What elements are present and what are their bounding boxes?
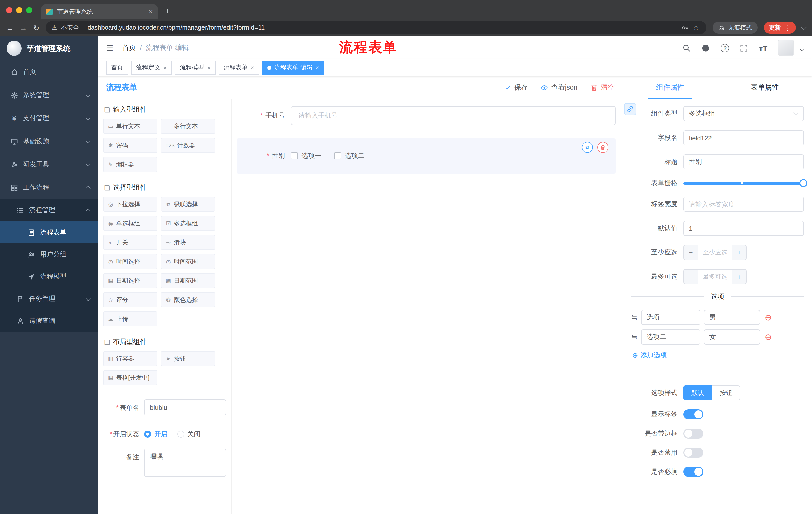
slider-handle[interactable] <box>800 179 808 187</box>
add-option-button[interactable]: ⊕ 添加选项 <box>632 351 804 360</box>
checkbox-option-2[interactable]: 选项二 <box>334 152 364 160</box>
forward-icon[interactable]: → <box>20 24 27 31</box>
component-type-select[interactable]: 多选框组 <box>684 106 804 121</box>
browser-update-button[interactable]: 更新 ⋮ <box>764 22 796 34</box>
app-logo[interactable]: 芋道管理系统 <box>0 36 98 60</box>
drag-handle-icon[interactable]: ≒ <box>631 332 637 342</box>
form-name-input[interactable] <box>144 399 226 415</box>
option-label-input[interactable] <box>641 329 700 345</box>
remove-option-icon[interactable]: ⊖ <box>764 313 772 322</box>
radio-status-off[interactable]: 关闭 <box>177 430 201 438</box>
selected-widget-gender[interactable]: ⧉ * 性别 <box>237 138 615 173</box>
stepper-placeholder[interactable]: 至少应选 <box>698 245 732 260</box>
remark-textarea[interactable]: 嘿嘿 <box>144 449 226 477</box>
user-avatar[interactable] <box>778 40 794 56</box>
window-zoom-button[interactable] <box>26 7 32 13</box>
sidebar-item-task-management[interactable]: 任务管理 <box>0 288 98 310</box>
stepper-placeholder[interactable]: 最多可选 <box>698 270 732 283</box>
canvas-field-phone[interactable]: * 手机号 请输入手机号 <box>237 106 615 125</box>
tag-close-icon[interactable]: × <box>207 64 210 71</box>
back-icon[interactable]: ← <box>6 24 13 31</box>
user-caret-icon[interactable] <box>800 46 805 51</box>
component-item[interactable]: ◎ 下拉选择 <box>103 197 157 212</box>
password-key-icon[interactable] <box>682 24 689 31</box>
tag-close-icon[interactable]: × <box>251 64 254 71</box>
minus-button[interactable]: − <box>684 245 698 260</box>
component-item[interactable]: ◴ 时间范围 <box>161 254 215 269</box>
phone-input[interactable]: 请输入手机号 <box>291 106 615 125</box>
url-field[interactable]: ⚠ 不安全 dashboard.yudao.iocoder.cn/bpm/man… <box>46 21 706 34</box>
view-json-button[interactable]: 查看json <box>541 83 577 92</box>
component-item[interactable]: ◷ 时间选择 <box>103 254 157 269</box>
tag-close-icon[interactable]: × <box>163 64 167 71</box>
sidebar-item-home[interactable]: 首页 <box>0 60 98 83</box>
style-default-button[interactable]: 默认 <box>684 385 712 400</box>
component-item[interactable]: ▭ 单行文本 <box>103 119 157 134</box>
menu-fold-icon[interactable]: ☰ <box>106 43 113 53</box>
font-size-icon[interactable]: тT <box>759 44 767 52</box>
drag-handle-icon[interactable]: ≒ <box>631 313 637 322</box>
reload-icon[interactable]: ↻ <box>33 24 39 31</box>
tag-process-form[interactable]: 流程表单 × <box>219 61 259 75</box>
sidebar-item-system-management[interactable]: 系统管理 <box>0 83 98 107</box>
component-item[interactable]: ☁ 上传 <box>103 311 157 326</box>
delete-icon[interactable] <box>598 142 609 153</box>
component-item[interactable]: ▥ 行容器 <box>103 351 157 366</box>
tag-process-definition[interactable]: 流程定义 × <box>131 61 172 75</box>
help-icon[interactable]: ? <box>721 44 729 52</box>
option-value-input[interactable] <box>704 329 760 345</box>
window-minimize-button[interactable] <box>16 7 22 13</box>
component-item[interactable]: ✱ 密码 <box>103 138 157 153</box>
component-item[interactable]: ▦ 日期选择 <box>103 273 157 288</box>
sidebar-item-process-management[interactable]: 流程管理 <box>0 199 98 221</box>
link-icon[interactable] <box>624 103 636 115</box>
tag-process-model[interactable]: 流程模型 × <box>175 61 215 75</box>
breadcrumb-home[interactable]: 首页 <box>122 43 136 52</box>
option-label-input[interactable] <box>641 310 700 325</box>
form-grid-slider[interactable] <box>684 179 804 187</box>
component-item[interactable]: ⧉ 级联选择 <box>161 197 215 212</box>
option-value-input[interactable] <box>704 310 760 325</box>
plus-button[interactable]: + <box>732 270 746 283</box>
component-item[interactable]: ◉ 单选框组 <box>103 216 157 231</box>
clear-button[interactable]: 清空 <box>590 83 614 92</box>
sidebar-item-dev-tools[interactable]: 研发工具 <box>0 153 98 176</box>
browser-tab[interactable]: 芋道管理系统 × <box>41 4 158 19</box>
component-item[interactable]: ◐ 开关 <box>103 235 157 250</box>
chevron-down-icon[interactable] <box>801 24 807 30</box>
component-item[interactable]: ☆ 评分 <box>103 292 157 307</box>
sidebar-item-workflow[interactable]: 工作流程 <box>0 176 98 199</box>
sidebar-item-payment-management[interactable]: ¥ 支付管理 <box>0 107 98 130</box>
new-tab-button[interactable]: + <box>165 5 170 17</box>
title-input[interactable] <box>684 154 804 169</box>
minus-button[interactable]: − <box>684 270 698 283</box>
default-value-input[interactable] <box>684 221 804 236</box>
field-name-input[interactable] <box>684 130 804 145</box>
tab-component-props[interactable]: 组件属性 <box>623 77 718 99</box>
browser-menu-icon[interactable]: ⋮ <box>784 24 791 31</box>
search-icon[interactable] <box>683 44 691 52</box>
component-item[interactable]: ▩ 日期范围 <box>161 273 215 288</box>
sidebar-item-user-group[interactable]: 用户分组 <box>0 243 98 266</box>
component-item[interactable]: ≣ 多行文本 <box>161 119 215 134</box>
save-button[interactable]: ✓ 保存 <box>505 83 528 92</box>
component-item[interactable]: 123 计数器 <box>161 138 215 153</box>
fullscreen-icon[interactable] <box>740 44 749 52</box>
component-item[interactable]: ✎ 编辑器 <box>103 157 157 172</box>
radio-status-on[interactable]: 开启 <box>144 430 167 438</box>
plus-button[interactable]: + <box>732 245 746 260</box>
sidebar-item-process-form[interactable]: 流程表单 <box>0 221 98 243</box>
tab-close-icon[interactable]: × <box>149 8 153 15</box>
tag-process-form-edit[interactable]: 流程表单-编辑 × <box>262 61 324 75</box>
tab-form-props[interactable]: 表单属性 <box>718 77 812 99</box>
tag-home[interactable]: 首页 <box>106 61 128 75</box>
required-switch[interactable] <box>684 467 703 477</box>
border-switch[interactable] <box>684 429 703 438</box>
component-item[interactable]: ➤ 按钮 <box>161 351 215 366</box>
component-item[interactable]: ❂ 颜色选择 <box>161 292 215 307</box>
label-width-input[interactable] <box>684 197 804 212</box>
sidebar-item-infrastructure[interactable]: 基础设施 <box>0 130 98 153</box>
window-close-button[interactable] <box>6 7 12 13</box>
github-icon[interactable] <box>702 44 710 52</box>
copy-icon[interactable]: ⧉ <box>582 142 593 153</box>
